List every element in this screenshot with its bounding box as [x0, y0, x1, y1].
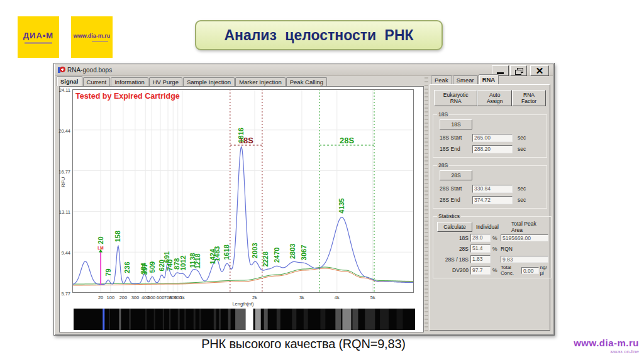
calculate-button[interactable]: Calculate	[437, 222, 472, 232]
rna-factor-button[interactable]: RNA Factor	[512, 90, 546, 106]
close-icon: ✕	[536, 66, 544, 75]
x-tick-label: 500	[148, 295, 156, 300]
gel-band	[145, 309, 147, 330]
gel-band	[169, 309, 170, 330]
watermark-tagline: заказ on-line	[574, 349, 639, 354]
group-statistics: Statistics Calculate Individual Total Pe…	[433, 213, 552, 278]
stats-row-dv200: DV200 97.7 % Total Conc. 0.00 ng/µl	[437, 265, 548, 275]
tab-sample-injection[interactable]: Sample Injection	[183, 77, 235, 86]
peak-size-label: 158	[114, 231, 121, 242]
peak-size-label: 2803	[289, 244, 296, 259]
y-tick-label: 13.11	[59, 209, 70, 215]
28s-end-unit: sec	[518, 197, 533, 203]
watermark-url: www.dia-m.ru	[574, 337, 639, 348]
y-tick-label: 20.44	[58, 128, 70, 134]
diam-site-logo-text: www.dia-m.ru	[74, 33, 111, 39]
peak-size-label: 1218	[194, 253, 201, 268]
y-tick-label: 5.77	[61, 291, 70, 297]
total-conc-input[interactable]: 0.00	[521, 267, 539, 274]
x-tick-label: 200	[119, 295, 128, 300]
stats-18s-percent-input[interactable]: 28.0	[470, 234, 491, 242]
18s-end-row: 18S End 288.20 sec	[437, 143, 544, 155]
peak-size-label: 2470	[273, 248, 280, 263]
x-axis-ticks: 201002003004005006007008009001k2k3k4k5k	[72, 295, 414, 301]
stats-row-ratio: 28S / 18S 1.83 9.83	[437, 254, 548, 265]
analysis-tab-bar: Peak Smear RNA	[430, 75, 550, 84]
x-tick-label: 300	[131, 295, 140, 300]
site-watermark: www.dia-m.ru заказ on-line	[574, 337, 639, 354]
x-tick-label: 100	[107, 295, 115, 300]
main-tab-bar: Signal Current Information HV Purge Samp…	[57, 77, 328, 86]
peak-size-label: 1483	[213, 246, 221, 261]
app-window: RNA-good.bops ✕ Signal Current Informati…	[53, 63, 555, 336]
region-label: 28S	[340, 136, 354, 145]
diam-logo-tagline	[25, 42, 52, 44]
y-tick-label: 24.11	[59, 87, 70, 93]
tab-smear[interactable]: Smear	[453, 75, 478, 84]
diam-logo: ДИА•М	[18, 16, 59, 58]
dv200-input[interactable]: 97.7	[470, 266, 491, 275]
tab-information[interactable]: Information	[111, 77, 148, 86]
statistics-header: Calculate Individual Total Peak Area	[437, 221, 548, 233]
peak-size-label: 236	[123, 261, 131, 273]
stats-28s-percent-input[interactable]: 51.4	[470, 244, 491, 253]
18s-button[interactable]: 18S	[440, 119, 472, 129]
panel-splitter[interactable]	[425, 77, 428, 332]
peak-size-label: 79	[104, 268, 112, 276]
peak-size-label: 509	[148, 261, 156, 273]
gel-band	[130, 309, 131, 330]
gel-band	[304, 309, 308, 330]
gel-band	[154, 309, 155, 330]
gel-band	[214, 309, 216, 330]
tab-hv-purge[interactable]: HV Purge	[149, 77, 182, 86]
gel-band	[184, 309, 186, 330]
peak-size-label: 397	[141, 263, 148, 275]
28s-end-input[interactable]: 374.72	[472, 196, 513, 204]
gel-band	[119, 309, 121, 330]
chart-annotation: Tested by Expired Cartridge	[75, 92, 180, 101]
group-28s: 28S 28S 28S Start 330.84 sec 28S End 374…	[433, 162, 547, 209]
total-peak-area-column-header: Total Peak Area	[511, 221, 548, 233]
gel-band	[397, 309, 403, 330]
gel-band	[255, 309, 261, 330]
tab-signal[interactable]: Signal	[57, 76, 82, 86]
slide-title: Анализ целостности РНК	[224, 27, 413, 44]
tab-peak[interactable]: Peak	[431, 75, 452, 84]
auto-assign-button[interactable]: Auto Assign	[477, 90, 512, 106]
18s-start-input[interactable]: 265.00	[472, 134, 513, 142]
diam-site-logo-tagline	[92, 41, 108, 42]
28s-button[interactable]: 28S	[440, 170, 472, 180]
x-tick-label: 1k	[180, 295, 185, 300]
ratio-input[interactable]: 1.83	[470, 255, 491, 263]
dv200-percent-sign: %	[492, 267, 499, 273]
gel-band	[365, 309, 375, 330]
total-conc-label: Total Conc.	[501, 265, 520, 276]
tab-rna[interactable]: RNA	[479, 74, 499, 84]
18s-end-label: 18S End	[437, 146, 467, 152]
tab-current[interactable]: Current	[83, 77, 111, 86]
peak-size-label: 4135	[338, 198, 345, 213]
gel-band	[103, 309, 104, 330]
y-tick-label: 9.44	[61, 250, 70, 256]
gel-band	[235, 309, 247, 330]
x-tick-label: 3k	[299, 295, 304, 300]
18s-end-unit: sec	[518, 146, 533, 152]
total-peak-area-input[interactable]: 5195669.00	[501, 234, 548, 241]
y-tick-label: 16.77	[58, 169, 70, 175]
lower-marker-size-label: 20	[97, 236, 104, 244]
group-28s-title: 28S	[437, 162, 449, 168]
18s-end-input[interactable]: 288.20	[472, 145, 513, 153]
rqn-value-input[interactable]: 9.83	[501, 256, 548, 263]
slide-caption: РНК высокого качества (RQN=9,83)	[53, 337, 553, 351]
lower-marker-tag: LM	[97, 246, 103, 250]
peak-size-label: 1012	[179, 255, 187, 270]
28s-start-input[interactable]: 330.84	[472, 185, 513, 193]
tab-marker-injection[interactable]: Marker Injection	[235, 77, 286, 86]
group-18s-title: 18S	[437, 111, 449, 118]
eukaryotic-rna-button[interactable]: Eukaryotic RNA	[434, 90, 477, 106]
gel-band	[320, 309, 325, 330]
tab-peak-calling[interactable]: Peak Calling	[286, 77, 327, 86]
rna-action-buttons: Eukaryotic RNA Auto Assign RNA Factor	[434, 90, 546, 106]
gel-band	[109, 309, 110, 330]
electropherogram-plot: LM2018S28S791582363843975096206917408781…	[72, 89, 414, 293]
